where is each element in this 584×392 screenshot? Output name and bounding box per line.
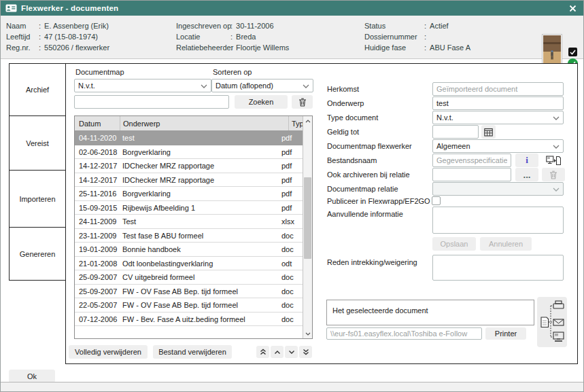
ook-archiveren-field[interactable] [432,168,511,181]
header-ingeschreven: Ingeschreven op30-11-2006 [176,20,274,31]
table-row[interactable]: 02-06-2018Borgverklaringpdf [75,145,303,160]
header-locatie: LocatieBreda [176,31,256,42]
header-status: StatusActief [364,20,449,31]
contact-card-icon [5,4,17,12]
table-scrollbar[interactable] [303,116,312,338]
calendar-icon [484,128,493,137]
documentmap-relatie-label: Documentmap relatie [327,185,398,194]
bestand-verwijderen-button[interactable]: Bestand verwijderen [153,345,232,359]
move-down-button[interactable] [285,346,298,358]
table-row[interactable]: 25-11-2016Borgverklaringpdf [75,187,303,201]
annuleren-button[interactable]: Annuleren [480,237,532,251]
reden-intrekking-label: Reden intrekking/weigering [327,258,417,267]
chevron-down-icon [303,84,309,88]
table-row[interactable]: 19-01-2009Bonnie handboekdoc [75,243,303,257]
titlebar: Flexwerker - documenten [1,1,583,16]
documents-table: Datum Onderwerp Type 04-11-2020testpdf 0… [74,115,313,339]
table-row[interactable]: 25-09-2007CV uitgebreid formeeldoc [75,270,303,285]
calendar-button[interactable] [481,125,496,139]
scrollbar-thumb[interactable] [304,177,311,259]
scroll-down-icon[interactable] [303,329,312,338]
publiceer-checkbox[interactable] [432,196,441,205]
header-leeftijd: Leeftijd47 (15-08-1974) [6,31,98,42]
header-naam: NaamE. Assenberg (Erik) [6,20,109,31]
move-bottom-button[interactable] [299,346,312,358]
chevron-down-icon [553,116,560,120]
document-distribution-indicator [537,297,567,347]
sorteren-op-select[interactable]: Datum (aflopend) [211,79,313,92]
header-relatiebeheerder: RelatiebeheerderFloortje Willems [176,42,289,53]
table-rows: 04-11-2020testpdf 02-06-2018Borgverklari… [75,131,303,338]
table-header: Datum Onderwerp Type [75,116,312,131]
zoeken-button[interactable]: Zoeken [235,95,288,109]
type-document-label: Type document [327,113,378,122]
table-row[interactable]: 21-01-2008Odt loonbelastingverklaringodt [75,257,303,271]
documentmap-label: Documentmap [75,68,124,77]
opslaan-button[interactable]: Opslaan [432,237,476,251]
table-row[interactable]: 14-12-2017IDChecker MRZ rapportagepdf [75,159,303,173]
header-huidige-fase: Huidige faseABU Fase A [364,42,470,53]
trash-icon [549,171,557,179]
ok-button[interactable]: Ok [9,370,55,382]
aanvullende-informatie-field[interactable] [432,207,564,234]
header-checkbox-checked[interactable] [568,48,577,56]
table-row[interactable]: 04-11-2020testpdf [75,131,303,145]
double-chevron-up-icon [260,349,267,355]
reden-intrekking-field[interactable] [432,255,564,281]
geldig-tot-field[interactable] [432,125,479,139]
table-row[interactable]: 25-09-2007FW - OV Fase AB Bep. tijd form… [75,285,303,299]
clear-search-trash-button[interactable] [292,95,313,109]
window-bottom-edge [1,382,583,391]
chevron-down-icon [201,84,207,88]
close-icon[interactable] [568,4,577,13]
distribute-document-icon [539,300,565,344]
documentmap-select[interactable]: N.v.t. [74,79,211,92]
documentmap-relatie-select [432,182,564,196]
printer-path-field [326,327,482,340]
info-button[interactable]: i [515,154,538,167]
geldig-tot-label: Geldig tot [327,128,359,137]
table-row[interactable]: 24-11-2009Testxlsx [75,215,303,229]
table-row[interactable]: 07-12-2006FW - Bev. Fase A uitz.beding f… [75,313,303,327]
double-chevron-down-icon [303,349,309,355]
printer-button[interactable]: Printer [485,327,526,340]
table-row[interactable]: 15-09-2015Rijbewijs Afbeelding 1pdf [75,201,303,215]
documentmap-flexwerker-select[interactable]: Algemeen [432,139,564,153]
herkomst-field [432,82,564,96]
onderwerp-label: Onderwerp [327,99,364,108]
open-file-button[interactable] [542,154,565,167]
table-row[interactable]: 22-05-2007FW - OV Fase AB Bep. tijd form… [75,298,303,313]
column-header-onderwerp: Onderwerp [120,116,288,130]
chevron-down-icon [288,350,295,355]
herkomst-label: Herkomst [327,85,359,94]
type-document-select[interactable]: N.v.t. [432,111,564,124]
window-title: Flexwerker - documenten [21,4,118,12]
header-regnr: Reg.nr.550206 / flexwerker [6,42,109,53]
scroll-up-icon[interactable] [303,116,312,126]
volledig-verwijderen-button[interactable]: Volledig verwijderen [69,345,148,359]
tab-genereren[interactable]: Genereren [9,227,66,281]
table-row[interactable]: 14-12-2017IDChecker MRZ rapportagepdf [75,173,303,188]
chevron-down-icon [553,188,560,192]
column-header-datum: Datum [75,116,120,130]
move-up-button[interactable] [271,346,284,358]
header-info: NaamE. Assenberg (Erik) Leeftijd47 (15-0… [1,16,583,59]
tab-vereist[interactable]: Vereist [9,115,66,171]
browse-relatie-button[interactable]: ... [515,168,538,181]
dialog-flexwerker-documenten: Flexwerker - documenten NaamE. Assenberg… [0,0,584,392]
bestandsnaam-label: Bestandsnaam [327,156,377,165]
table-row[interactable]: 23-11-2009Test fase B ABU formeeldoc [75,229,303,243]
monitor-document-icon [546,156,561,166]
clear-relatie-trash-button[interactable] [542,168,565,181]
print-selection-list[interactable]: Het geselecteerde document [326,300,534,325]
onderwerp-field[interactable] [432,96,564,110]
tab-archief[interactable]: Archief [9,63,66,116]
move-top-button[interactable] [256,346,269,358]
ook-archiveren-label: Ook archiveren bij relatie [327,171,410,179]
chevron-up-icon [274,350,281,355]
tab-importeren[interactable]: Importeren [9,170,66,228]
search-input[interactable] [74,95,229,109]
header-dossiernummer: Dossiernummer [364,31,430,42]
bestandsnaam-field [432,154,511,167]
publiceer-label: Publiceer in Flexwrapp/EF2GO [327,197,430,206]
